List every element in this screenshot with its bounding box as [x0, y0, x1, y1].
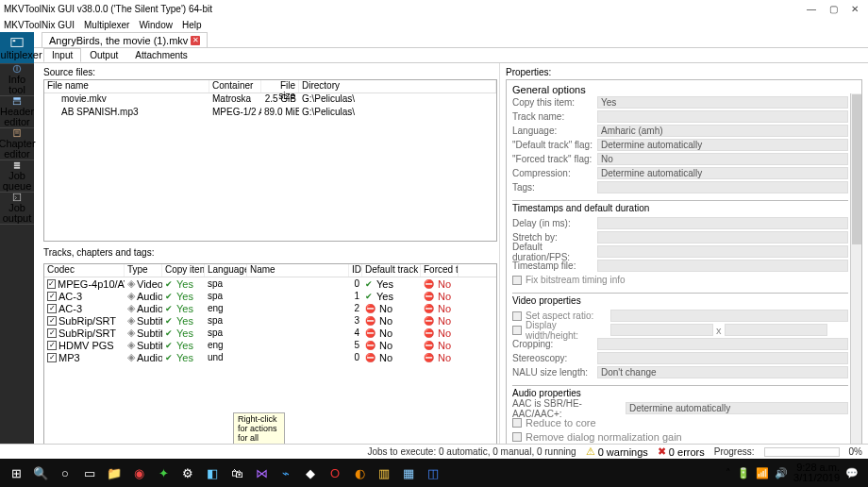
- prop-field[interactable]: No: [597, 153, 848, 165]
- col-id[interactable]: ID: [349, 264, 362, 277]
- app-icon-3[interactable]: ◆: [298, 461, 323, 485]
- prop-field[interactable]: Determine automatically: [597, 139, 848, 151]
- prop-field[interactable]: Yes: [597, 96, 848, 109]
- track-row[interactable]: ✓HDMV PGS◈SubtitlesYeseng5NoNo: [44, 339, 496, 351]
- track-checkbox[interactable]: ✓: [47, 304, 57, 313]
- tool-multiplexer[interactable]: Multiplexer: [0, 32, 34, 64]
- close-button[interactable]: ✕: [851, 4, 859, 14]
- track-checkbox[interactable]: ✓: [47, 353, 57, 362]
- menu-help[interactable]: Help: [182, 20, 202, 30]
- track-checkbox[interactable]: ✓: [47, 279, 56, 289]
- track-row[interactable]: ✓AC-3◈AudioYesspa1YesNo: [44, 290, 496, 302]
- track-row[interactable]: ✓SubRip/SRT◈SubtitlesYesspa3NoNo: [44, 314, 496, 327]
- source-file-row[interactable]: AB SPANISH.mp3MPEG-1/2 Audi...89.0 MiBG:…: [44, 107, 496, 120]
- col-directory[interactable]: Directory: [299, 80, 496, 92]
- search-icon[interactable]: 🔍: [28, 461, 53, 485]
- col-copy[interactable]: Copy item: [162, 264, 205, 277]
- notes-icon[interactable]: ▥: [372, 461, 396, 485]
- menu-multiplexer[interactable]: Multiplexer: [84, 20, 129, 30]
- taskbar[interactable]: ⊞ 🔍 ○ ▭ 📁 ◉ ✦ ⚙ ◧ 🛍 ⋈ ⌁ ◆ O ◐ ▥ ▦ ◫ ˄ 🔋 …: [0, 459, 868, 487]
- col-container[interactable]: Container: [209, 80, 261, 92]
- opera-icon[interactable]: O: [323, 461, 347, 485]
- track-row[interactable]: ✓MP3◈AudioYesund0NoNo: [44, 351, 496, 363]
- v-scrollbar[interactable]: [850, 93, 861, 469]
- settings-icon[interactable]: ⚙: [175, 461, 200, 485]
- aac-field[interactable]: Determine automatically: [626, 402, 848, 414]
- remove-dialog-check[interactable]: [512, 432, 522, 442]
- prop-field[interactable]: [597, 231, 848, 244]
- subtab-input[interactable]: Input: [43, 48, 81, 62]
- tray-chevron-icon[interactable]: ˄: [726, 467, 731, 479]
- store-icon[interactable]: 🛍: [225, 461, 249, 485]
- prop-field[interactable]: [597, 217, 848, 229]
- tool-job-output[interactable]: Job output: [0, 193, 34, 225]
- app-icon-1[interactable]: ✦: [151, 461, 175, 485]
- track-row[interactable]: ✓AC-3◈AudioYeseng2NoNo: [44, 302, 496, 314]
- track-type: Audio: [137, 352, 162, 363]
- tray-volume-icon[interactable]: 🔊: [775, 467, 788, 479]
- subtab-output[interactable]: Output: [81, 48, 126, 62]
- status-errors[interactable]: ✖0 errors: [658, 445, 705, 458]
- chrome-icon[interactable]: ◉: [126, 461, 151, 485]
- app-icon-5[interactable]: ◫: [421, 461, 445, 485]
- prop-field[interactable]: [597, 181, 848, 193]
- mkv-icon[interactable]: ▦: [396, 461, 421, 485]
- col-name[interactable]: Name: [247, 264, 349, 277]
- col-codec[interactable]: Codec: [44, 264, 125, 277]
- prop-field[interactable]: Determine automatically: [597, 167, 848, 179]
- track-checkbox[interactable]: ✓: [47, 316, 57, 326]
- prop-field[interactable]: Amharic (amh): [597, 125, 848, 137]
- col-forced[interactable]: Forced tra: [421, 264, 459, 277]
- minimize-button[interactable]: —: [807, 4, 816, 14]
- reduce-core-check[interactable]: [512, 418, 522, 428]
- col-filename[interactable]: File name: [44, 80, 209, 92]
- col-filesize[interactable]: File size: [261, 80, 299, 92]
- aspect-field[interactable]: [610, 310, 848, 322]
- status-warnings[interactable]: ⚠0 warnings: [586, 445, 648, 458]
- explorer-icon[interactable]: 📁: [102, 461, 126, 485]
- tray-battery-icon[interactable]: 🔋: [737, 467, 750, 479]
- taskview-icon[interactable]: ▭: [77, 461, 102, 485]
- disp-h-field[interactable]: [725, 324, 827, 336]
- disp-wh-radio[interactable]: [512, 326, 522, 335]
- source-files-pane[interactable]: File name Container File size Directory …: [43, 79, 497, 242]
- col-language[interactable]: Language: [205, 264, 247, 277]
- tracks-pane[interactable]: Codec Type Copy item Language Name ID De…: [43, 263, 497, 470]
- tray-clock[interactable]: 9:28 a.m.3/11/2019: [793, 462, 840, 483]
- prop-field[interactable]: [597, 110, 848, 123]
- col-default[interactable]: Default track in output: [362, 264, 421, 277]
- nalu-field[interactable]: Don't change: [597, 366, 848, 378]
- tab-close-icon[interactable]: ✕: [191, 36, 200, 45]
- crop-field[interactable]: [597, 338, 848, 350]
- stereo-field[interactable]: [597, 352, 848, 364]
- tray-wifi-icon[interactable]: 📶: [756, 467, 769, 479]
- app-icon-2[interactable]: ◧: [200, 461, 225, 485]
- start-button[interactable]: ⊞: [4, 461, 28, 485]
- track-row[interactable]: ✓SubRip/SRT◈SubtitlesYesspa4NoNo: [44, 327, 496, 339]
- tool-header-editor[interactable]: Header editor: [0, 96, 34, 128]
- document-tab[interactable]: AngryBirds, the movie (1).mkv ✕: [42, 32, 208, 47]
- tool-chapter-editor[interactable]: Chapter editor: [0, 128, 34, 160]
- subtab-attachments[interactable]: Attachments: [126, 48, 196, 62]
- source-file-row[interactable]: movie.mkvMatroska2.5 GiBG:\Peliculas\: [44, 93, 496, 107]
- vs-icon[interactable]: ⋈: [249, 461, 274, 485]
- track-checkbox[interactable]: ✓: [47, 292, 57, 301]
- track-checkbox[interactable]: ✓: [47, 341, 57, 350]
- aspect-ratio-radio[interactable]: [512, 311, 522, 321]
- tool-job-queue[interactable]: Job queue: [0, 160, 34, 193]
- prop-field[interactable]: [597, 245, 848, 258]
- col-type[interactable]: Type: [125, 264, 162, 277]
- maximize-button[interactable]: ▢: [829, 4, 838, 14]
- disp-w-field[interactable]: [610, 324, 713, 336]
- tool-info[interactable]: iInfo tool: [0, 64, 34, 96]
- prop-field[interactable]: [597, 260, 848, 272]
- vscode-icon[interactable]: ⌁: [274, 461, 298, 485]
- fix-bitstream-check[interactable]: [512, 276, 522, 285]
- cortana-icon[interactable]: ○: [53, 461, 77, 485]
- track-row[interactable]: ✓MPEG-4p10/AVC/H.264◈VideoYesspa0YesNo: [44, 277, 496, 290]
- menu-window[interactable]: Window: [139, 20, 173, 30]
- app-icon-4[interactable]: ◐: [347, 461, 372, 485]
- tray-notifications-icon[interactable]: 💬: [845, 467, 859, 479]
- menu-mkvtoolnix[interactable]: MKVToolNix GUI: [4, 20, 75, 30]
- track-checkbox[interactable]: ✓: [47, 328, 57, 338]
